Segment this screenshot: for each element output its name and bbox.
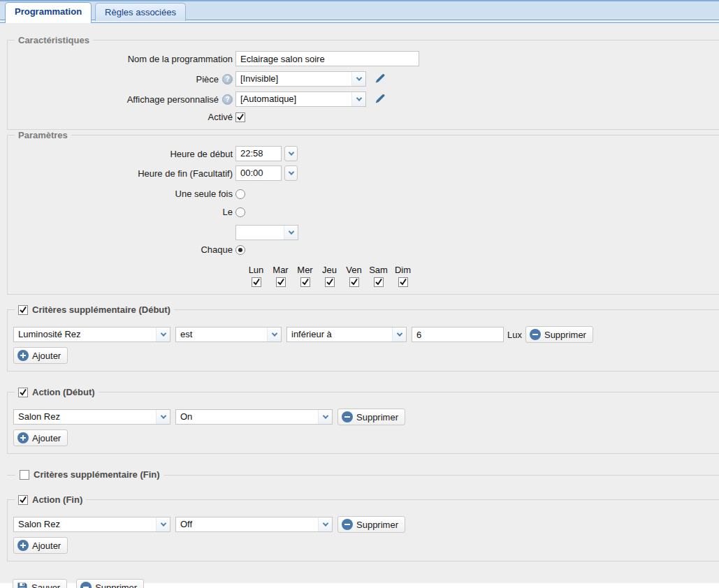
affichage-select-value: [Automatique]: [236, 92, 351, 106]
section-criteres-fin-legend: Critères supplémentaire (Fin): [15, 469, 164, 480]
day-checkbox[interactable]: [349, 277, 359, 287]
tab-regles-associees[interactable]: Règles associées: [95, 3, 186, 21]
day-label: Ven: [346, 265, 361, 275]
minus-icon: [80, 582, 92, 588]
le-label: Le: [13, 207, 235, 217]
action-state-select[interactable]: Off: [175, 517, 333, 532]
criteria-verb-select[interactable]: est: [175, 327, 282, 342]
section-criteres-debut: Critères supplémentaire (Début) Luminosi…: [7, 304, 719, 372]
criteria-row: Luminosité Rez est inférieur à Lux Suppr…: [13, 326, 719, 343]
edit-pencil-icon[interactable]: [375, 73, 386, 84]
chevron-down-icon[interactable]: [156, 410, 170, 424]
add-action-button[interactable]: Ajouter: [13, 429, 68, 446]
day-column-mer: Mer: [293, 265, 317, 287]
row-heure-debut: Heure de début 22:58: [13, 146, 719, 161]
day-checkbox[interactable]: [374, 277, 384, 287]
plus-icon: [17, 350, 29, 361]
delete-action-button[interactable]: Supprimer: [337, 516, 405, 533]
une-seule-fois-label: Une seule fois: [13, 189, 235, 199]
day-checkbox[interactable]: [276, 277, 286, 287]
day-checkbox[interactable]: [325, 277, 335, 287]
day-checkbox[interactable]: [398, 277, 408, 287]
piece-label: Pièce: [196, 74, 219, 84]
heure-fin-select[interactable]: 00:00: [235, 166, 282, 181]
minus-icon: [342, 411, 353, 422]
row-chaque: Chaque: [13, 244, 719, 255]
section-action-debut-legend: Action (Début): [15, 387, 99, 397]
day-column-ven: Ven: [342, 265, 366, 287]
action-row: Salon Rez On Supprimer: [13, 409, 719, 425]
day-label: Sam: [369, 265, 388, 275]
chevron-down-icon[interactable]: [284, 226, 298, 240]
action-device-select[interactable]: Salon Rez: [13, 409, 170, 425]
row-le-date: [13, 225, 719, 240]
action-debut-enable-checkbox[interactable]: [18, 388, 28, 397]
row-active: Activé: [13, 112, 719, 122]
chevron-down-icon[interactable]: [318, 410, 332, 424]
chevron-down-icon[interactable]: [351, 72, 365, 86]
action-state-select[interactable]: On: [175, 409, 333, 425]
section-caracteristiques: Caractéristiques Nom de la programmation…: [7, 35, 719, 130]
active-label: Activé: [13, 112, 235, 122]
tab-programmation[interactable]: Programmation: [5, 2, 92, 23]
criteres-fin-enable-checkbox[interactable]: [20, 470, 29, 480]
action-fin-enable-checkbox[interactable]: [18, 495, 28, 505]
chevron-down-icon[interactable]: [156, 517, 170, 531]
section-criteres-debut-legend: Critères supplémentaire (Début): [15, 304, 174, 315]
criteria-verb-value: est: [176, 328, 267, 341]
une-seule-fois-radio[interactable]: [235, 189, 245, 199]
criteria-device-select[interactable]: Luminosité Rez: [13, 327, 170, 342]
action-device-select[interactable]: Salon Rez: [13, 517, 170, 532]
delete-program-button[interactable]: Supprimer: [76, 579, 144, 588]
le-date-select[interactable]: [235, 225, 298, 240]
programming-page: Programmation Règles associées Caractéri…: [0, 0, 719, 588]
le-radio[interactable]: [235, 207, 245, 217]
add-criteria-button[interactable]: Ajouter: [13, 347, 68, 364]
add-action-button[interactable]: Ajouter: [13, 537, 68, 554]
criteria-comparison-select[interactable]: inférieur à: [286, 327, 407, 342]
delete-action-button[interactable]: Supprimer: [337, 409, 405, 425]
weekday-checkboxes: Lun Mar Mer Jeu Ven: [244, 265, 719, 287]
save-button[interactable]: Sauver: [13, 579, 67, 588]
save-icon: [17, 582, 28, 588]
day-column-sam: Sam: [366, 265, 391, 287]
help-icon[interactable]: ?: [222, 74, 233, 84]
section-action-fin: Action (Fin) Salon Rez Off Supprimer: [7, 494, 719, 561]
heure-fin-label: Heure de fin (Facultatif): [13, 168, 235, 179]
heure-fin-value: 00:00: [236, 166, 281, 180]
chevron-down-icon[interactable]: [156, 328, 170, 341]
heure-debut-select[interactable]: 22:58: [235, 146, 282, 161]
criteria-device-value: Luminosité Rez: [14, 328, 156, 341]
chaque-radio[interactable]: [235, 245, 245, 255]
section-parametres: Paramètres Heure de début 22:58 Heure de…: [7, 130, 719, 295]
piece-select[interactable]: [Invisible]: [235, 71, 366, 87]
row-piece: Pièce ? [Invisible]: [13, 71, 719, 87]
affichage-select[interactable]: [Automatique]: [235, 91, 366, 107]
delete-criteria-button[interactable]: Supprimer: [525, 326, 593, 343]
edit-pencil-icon[interactable]: [375, 94, 386, 105]
chevron-down-icon[interactable]: [267, 328, 281, 341]
active-checkbox[interactable]: [235, 112, 245, 122]
chevron-down-icon[interactable]: [318, 517, 332, 531]
action-state-value: Off: [176, 517, 318, 531]
row-affichage: Affichage personnalisé ? [Automatique]: [13, 91, 719, 107]
day-label: Mar: [273, 265, 288, 275]
action-state-value: On: [176, 410, 318, 424]
chaque-label: Chaque: [13, 244, 235, 255]
criteria-value-input[interactable]: [412, 327, 504, 342]
nom-input[interactable]: [235, 51, 419, 66]
day-checkbox[interactable]: [300, 277, 310, 287]
piece-select-value: [Invisible]: [236, 72, 351, 86]
chevron-down-icon[interactable]: [351, 92, 365, 106]
chevron-down-icon[interactable]: [284, 166, 298, 181]
day-column-jeu: Jeu: [317, 265, 342, 287]
nom-label: Nom de la programmation: [13, 54, 235, 64]
day-label: Dim: [395, 265, 411, 275]
day-checkbox[interactable]: [252, 277, 261, 287]
help-icon[interactable]: ?: [222, 94, 233, 105]
chevron-down-icon[interactable]: [392, 328, 406, 341]
criteres-debut-enable-checkbox[interactable]: [18, 305, 28, 315]
row-heure-fin: Heure de fin (Facultatif) 00:00: [13, 166, 719, 181]
chevron-down-icon[interactable]: [284, 146, 298, 161]
action-device-value: Salon Rez: [14, 410, 156, 424]
